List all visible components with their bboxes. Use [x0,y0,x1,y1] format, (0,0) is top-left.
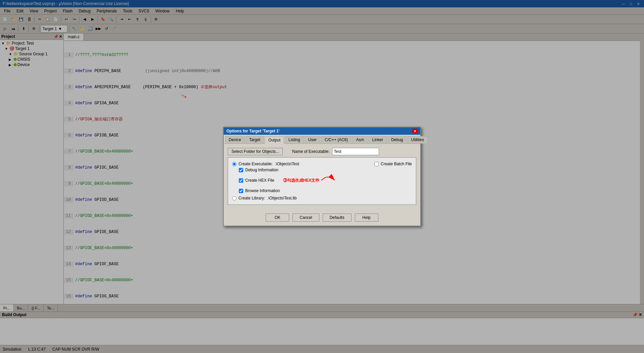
create-hex-checkbox[interactable] [239,178,243,183]
create-library-radio[interactable] [232,196,236,200]
dialog-titlebar: Options for Target 'Target 1' ✕ [224,127,420,135]
browse-info-checkbox[interactable] [239,189,243,193]
create-hex-row: Create HEX File ③勾选生成HEX文件 [232,174,412,187]
select-folder-btn[interactable]: Select Folder for Objects... [228,148,283,155]
create-executable-label: Create Executable: [238,162,273,166]
ok-btn[interactable]: OK [266,214,289,222]
help-btn[interactable]: Help [355,214,378,222]
dialog-tabs: Device Target Output Listing User C/C++ … [224,135,420,144]
browse-info-row: Browse Information [232,188,412,193]
dialog-tab-asm[interactable]: Asm [352,136,368,143]
dialog-tab-target[interactable]: Target [246,136,264,143]
create-batch-label: Create Batch File [381,162,412,166]
cancel-btn[interactable]: Cancel [292,214,319,222]
dialog-close-btn[interactable]: ✕ [412,129,418,133]
dialog-tab-listing[interactable]: Listing [285,136,304,143]
create-batch-checkbox[interactable] [374,162,379,166]
options-dialog: Options for Target 'Target 1' ✕ Device T… [223,127,421,226]
create-executable-radio[interactable] [232,162,236,166]
dialog-tab-linker[interactable]: Linker [368,136,387,143]
create-library-label: Create Library: [238,196,265,200]
modal-overlay: Options for Target 'Target 1' ✕ Device T… [0,0,644,353]
dialog-section-main: Create Executable: .\Objects\Test Create… [228,157,416,205]
create-executable-row: Create Executable: .\Objects\Test Create… [232,162,412,166]
dialog-tab-device[interactable]: Device [225,136,245,143]
dialog-tab-user[interactable]: User [305,136,320,143]
dialog-top-row: Select Folder for Objects... Name of Exe… [228,148,416,155]
defaults-btn[interactable]: Defaults [323,214,352,222]
create-hex-label: Create HEX File [245,178,274,183]
library-path: .\Objects\Test.lib [267,196,297,200]
hex-annotation: ③勾选生成HEX文件 [283,178,320,183]
dialog-footer: OK Cancel Defaults Help [224,211,420,226]
exe-label: Name of Executable: [292,149,329,154]
debug-info-row: Debug Information [232,168,412,172]
dialog-tab-debug[interactable]: Debug [387,136,407,143]
dialog-title: Options for Target 'Target 1' [226,129,280,133]
create-library-row: Create Library: .\Objects\Test.lib [232,196,412,200]
executable-input[interactable] [332,148,379,155]
create-executable-path: .\Objects\Test [275,162,299,166]
debug-info-checkbox[interactable] [239,168,243,172]
dialog-body: Select Folder for Objects... Name of Exe… [224,144,420,211]
debug-info-label: Debug Information [245,168,278,172]
browse-info-label: Browse Information [245,188,280,193]
dialog-tab-utilities[interactable]: Utilities [408,136,428,143]
dialog-tab-output[interactable]: Output [265,136,284,144]
hex-arrow-svg [321,174,341,187]
dialog-tab-cpp[interactable]: C/C++ (AC6) [321,136,352,143]
